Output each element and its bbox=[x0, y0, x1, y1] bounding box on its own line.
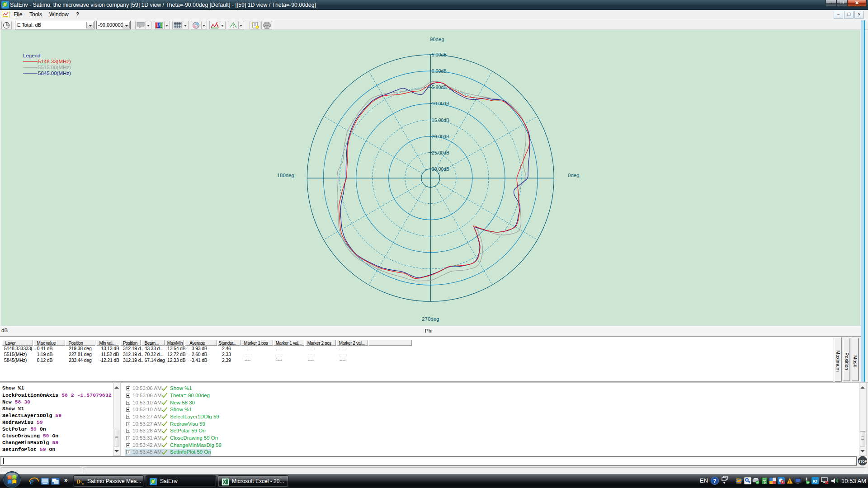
svg-text:5.00dB: 5.00dB bbox=[432, 52, 447, 57]
svg-text:5845.00(MHz): 5845.00(MHz) bbox=[38, 70, 71, 76]
svg-text:180deg: 180deg bbox=[277, 173, 294, 178]
svg-text:0.00dB: 0.00dB bbox=[432, 68, 447, 74]
svg-text:Legend: Legend bbox=[23, 53, 40, 58]
svg-text:1/1: 1/1 bbox=[156, 23, 162, 28]
svg-text:90deg: 90deg bbox=[430, 37, 444, 42]
svg-text:5.00dB: 5.00dB bbox=[432, 84, 447, 90]
svg-text:5148.33(MHz): 5148.33(MHz) bbox=[38, 59, 71, 64]
svg-text:270deg: 270deg bbox=[422, 316, 439, 322]
svg-text:15.00dB: 15.00dB bbox=[432, 117, 449, 123]
svg-text:20.00dB: 20.00dB bbox=[432, 134, 449, 139]
svg-text:0deg: 0deg bbox=[568, 173, 580, 178]
svg-text:10.00dB: 10.00dB bbox=[432, 101, 449, 106]
svg-text:25.00dB: 25.00dB bbox=[432, 150, 449, 155]
svg-text:30.00dB: 30.00dB bbox=[432, 166, 449, 172]
svg-text:IO: IO bbox=[813, 479, 817, 483]
svg-text:5515.00(MHz): 5515.00(MHz) bbox=[38, 65, 71, 70]
svg-text:?: ? bbox=[713, 478, 716, 484]
svg-text:STOP: STOP bbox=[859, 460, 867, 463]
